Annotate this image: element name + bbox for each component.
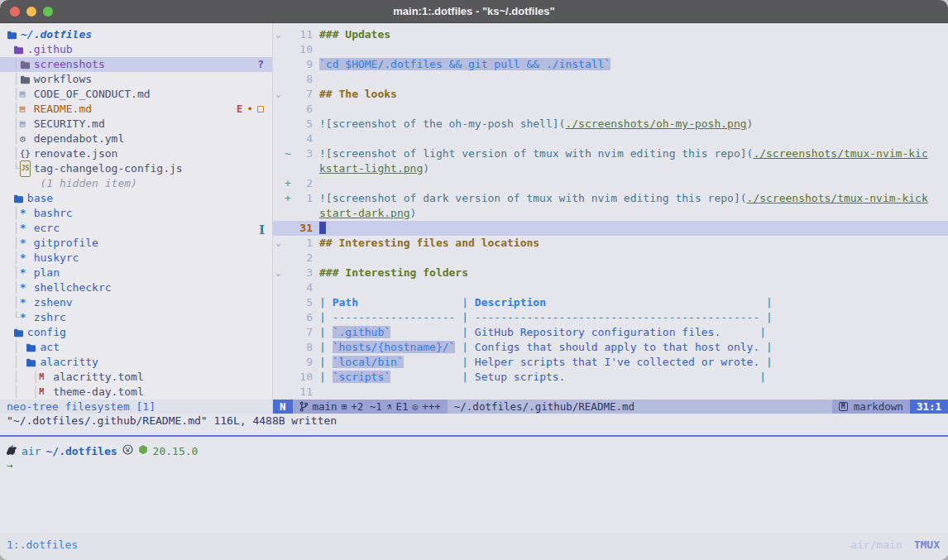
tree-item-theme-day.toml[interactable]: │ │Mtheme-day.toml [0,385,272,400]
editor-line[interactable]: 8 [273,72,948,87]
fold-marker[interactable]: ⌄ [273,236,284,251]
tree-item-gitprofile[interactable]: │*gitprofile [0,236,272,251]
fold-marker[interactable] [273,310,284,325]
tree-item-label: config [27,325,66,340]
git-sign [284,42,292,57]
editor-line[interactable]: 11 [273,385,948,400]
editor-line[interactable]: +1![screenshot of dark version of tmux w… [273,191,948,206]
editor-line[interactable]: ⌄11### Updates [273,27,948,42]
tree-item-config[interactable]: config [0,325,272,340]
editor-line[interactable]: 8| `hosts/{hostname}/` | Configs that sh… [273,340,948,355]
fold-marker[interactable]: ⌄ [273,27,284,42]
tree-item-alacritty.toml[interactable]: │ │Malacritty.toml [0,370,272,385]
error-badge: E [237,102,242,117]
fold-marker[interactable] [273,385,284,400]
fold-marker[interactable] [273,191,284,206]
tree-item-bashrc[interactable]: │*bashrc [0,206,272,221]
editor-line[interactable]: 7| `.github` | GitHub Repository configu… [273,325,948,340]
fold-marker[interactable] [273,176,284,191]
fold-marker[interactable] [273,146,284,161]
editor-line[interactable]: 2 [273,251,948,266]
tree-item-base[interactable]: base [0,191,272,206]
diff-icon: ⊞ [342,400,347,414]
fold-marker[interactable] [273,340,284,355]
apple-icon [7,445,17,457]
tree-item-security.md[interactable]: │▤SECURITY.md [0,117,272,132]
editor-line[interactable]: 10| `scripts` | Setup scripts. | [273,370,948,385]
fold-marker[interactable] [273,42,284,57]
tree-item-tag-changelog-config.js[interactable]: └JStag-changelog-config.js [0,161,272,176]
tree-item-readme.md[interactable]: │▤README.mdE• [0,102,272,117]
line-text: | `scripts` | Setup scripts. | [313,370,766,385]
editor-line[interactable]: 31 [273,221,948,236]
editor-line[interactable]: ⌄7## The looks [273,87,948,102]
editor-line[interactable]: 6| ------------------- | ---------------… [273,310,948,325]
fold-marker[interactable] [273,206,284,221]
editor-line[interactable]: start-dark.png) [273,206,948,221]
fold-marker[interactable] [273,251,284,266]
indent-guide: │ [7,117,20,132]
tree-item-screenshots[interactable]: │screenshots? [0,57,272,72]
indent-guide: │ │ [7,370,39,385]
fold-marker[interactable] [273,132,284,146]
tree-item-.github[interactable]: .github [0,42,272,57]
tree-item--.dotfiles[interactable]: ~/.dotfiles [0,27,272,42]
fold-marker[interactable] [273,161,284,176]
fold-marker[interactable] [273,370,284,385]
dotfile-star-icon: * [20,295,34,310]
github-icon [122,444,133,457]
markdown-buffer[interactable]: ⌄11### Updates109`cd $HOME/.dotfiles && … [273,23,948,400]
tree-item-zshenv[interactable]: │*zshenv [0,295,272,310]
editor-line[interactable]: 9`cd $HOME/.dotfiles && git pull && ./in… [273,57,948,72]
fold-marker[interactable] [273,57,284,72]
git-sign [284,236,292,251]
fold-marker[interactable]: ⌄ [273,266,284,280]
editor-pane[interactable]: ⌄11### Updates109`cd $HOME/.dotfiles && … [273,23,948,414]
indent-guide: │ [7,72,20,87]
editor-line[interactable]: 4 [273,132,948,146]
fold-marker[interactable] [273,102,284,117]
tree-item-renovate.json[interactable]: │{}renovate.json [0,146,272,161]
fold-marker[interactable]: ⌄ [273,87,284,102]
editor-line[interactable]: kstart-light.png) [273,161,948,176]
dotfile-star-icon: * [20,310,34,325]
tree-item-zshrc[interactable]: └*zshrc [0,310,272,325]
close-button[interactable] [10,7,20,17]
tree-item--1-hidden-item-[interactable]: (1 hidden item) [0,176,272,191]
editor-line[interactable]: +2 [273,176,948,191]
editor-line[interactable]: 10 [273,42,948,57]
tree-item-shellcheckrc[interactable]: │*shellcheckrc [0,280,272,295]
editor-line[interactable]: 9| `local/bin` | Helper scripts that I'v… [273,355,948,370]
editor-line[interactable]: 5| Path | Description | [273,295,948,310]
minimize-button[interactable] [26,7,36,17]
fold-marker[interactable] [273,72,284,87]
zoom-button[interactable] [43,7,53,17]
shell-pane[interactable]: air ~/.dotfiles 20.15.0 → [0,435,948,533]
tree-item-dependabot.yml[interactable]: │⚙dependabot.yml [0,132,272,146]
fold-marker[interactable] [273,280,284,295]
tree-item-ecrc[interactable]: │*ecrc [0,221,272,236]
editor-line[interactable]: 4 [273,280,948,295]
git-sign [284,72,292,87]
fold-marker[interactable] [273,295,284,310]
text-cursor [319,222,326,234]
fold-marker[interactable] [273,117,284,132]
title-bar[interactable]: main:1:.dotfiles - "ks~/.dotfiles" [0,0,948,23]
line-number: 2 [292,176,313,191]
editor-line[interactable]: 5![screenshot of the oh-my-posh shell](.… [273,117,948,132]
tree-item-workflows[interactable]: │workflows [0,72,272,87]
editor-line[interactable]: 6 [273,102,948,117]
tree-item-act[interactable]: │ act [0,340,272,355]
editor-line[interactable]: ⌄3### Interesting folders [273,266,948,280]
tree-item-plan[interactable]: │*plan [0,266,272,280]
fold-marker[interactable] [273,221,284,236]
tmux-window-tab[interactable]: 1:.dotfiles [7,538,78,551]
fold-marker[interactable] [273,355,284,370]
tree-item-code-of-conduct.md[interactable]: │▤CODE_OF_CONDUCT.md [0,87,272,102]
editor-line[interactable]: ~3![screenshot of light version of tmux … [273,146,948,161]
tree-item-huskyrc[interactable]: │*huskyrc [0,251,272,266]
prompt-arrow[interactable]: → [7,458,948,473]
editor-line[interactable]: ⌄1## Interesting files and locations [273,236,948,251]
tree-item-alacritty[interactable]: │ alacritty [0,355,272,370]
fold-marker[interactable] [273,325,284,340]
